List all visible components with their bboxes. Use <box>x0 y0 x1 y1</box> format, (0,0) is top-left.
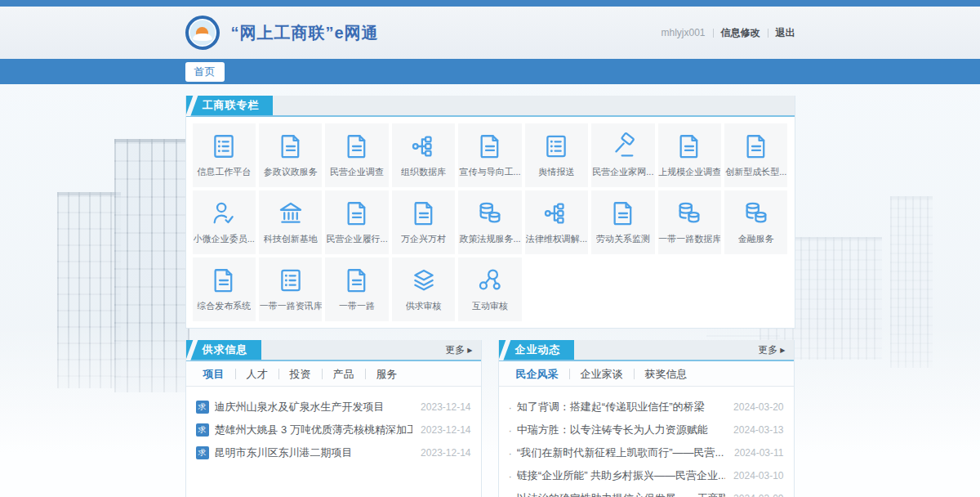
org-chart-icon <box>410 132 438 160</box>
tab-获奖信息[interactable]: 获奖信息 <box>635 369 698 379</box>
tile-label: 民营企业调查 <box>330 166 384 178</box>
list-item: 求昆明市东川区东川港二期项目2023-12-14 <box>196 446 471 460</box>
app-tile[interactable]: 万企兴万村 <box>392 190 455 254</box>
news-panel-header: 企业动态 更多▶ <box>499 340 794 361</box>
tab-产品[interactable]: 产品 <box>323 369 366 379</box>
app-tile[interactable]: 信息工作平台 <box>193 123 256 187</box>
item-title[interactable]: 知了背调：搭建起“传递职业信任”的桥梁 <box>517 400 725 414</box>
org-chart-icon <box>542 199 570 227</box>
app-tile[interactable]: 小微企业委员... <box>193 190 256 254</box>
tile-label: 法律维权调解... <box>526 233 587 245</box>
bullet-dot-icon: · <box>509 493 512 497</box>
app-tile[interactable]: 创新型成长型... <box>724 123 787 187</box>
app-tile[interactable]: 民营企业家网... <box>591 123 654 187</box>
item-date: 2024-03-13 <box>733 424 783 436</box>
item-date: 2023-12-14 <box>421 401 470 413</box>
tile-label: 一带一路 <box>339 300 375 312</box>
layers-icon <box>410 266 438 294</box>
info-edit-link[interactable]: 信息修改 <box>721 26 760 40</box>
app-tile[interactable]: 参政议政服务 <box>259 123 322 187</box>
app-tile[interactable]: 金融服务 <box>724 190 787 254</box>
app-tile[interactable]: 民营企业履行... <box>325 190 388 254</box>
tile-label: 信息工作平台 <box>197 166 251 178</box>
list-item: ·知了背调：搭建起“传递职业信任”的桥梁2024-03-20 <box>509 400 784 414</box>
app-tile[interactable]: 互动审核 <box>458 257 521 321</box>
app-tile[interactable]: 宣传与导向工... <box>458 123 521 187</box>
tab-人才[interactable]: 人才 <box>236 369 279 379</box>
app-tile[interactable]: 一带一路数据库 <box>658 190 721 254</box>
gavel-icon <box>609 132 637 160</box>
doc-icon <box>343 266 371 294</box>
supply-panel: 供求信息 更多▶ 项目人才投资产品服务 求迪庆州山泉水及矿泉水生产开发项目202… <box>185 340 482 497</box>
share-icon <box>476 266 504 294</box>
item-date: 2024-03-11 <box>734 447 784 459</box>
bullet-dot-icon: · <box>509 447 512 459</box>
item-title[interactable]: 以法治的确定性助力提信心促发展——工商联... <box>517 491 725 497</box>
tile-label: 供求审核 <box>406 300 442 312</box>
app-tile[interactable]: 供求审核 <box>392 257 455 321</box>
home-button[interactable]: 首页 <box>185 62 225 82</box>
doc-icon <box>675 132 703 160</box>
app-tile[interactable]: 上规模企业调查 <box>658 123 721 187</box>
app-tile[interactable]: 一带一路 <box>325 257 388 321</box>
divider <box>713 29 714 38</box>
item-title[interactable]: 楚雄州大姚县 3 万吨优质薄壳核桃精深加工及科... <box>215 423 413 437</box>
bank-icon <box>277 199 305 227</box>
app-tile[interactable]: 法律维权调解... <box>525 190 588 254</box>
skyline-silhouette <box>890 196 933 368</box>
tab-服务[interactable]: 服务 <box>366 369 408 379</box>
doc-icon <box>343 199 371 227</box>
app-title: “网上工商联”e网通 <box>231 22 379 44</box>
tab-投资[interactable]: 投资 <box>279 369 323 379</box>
logout-link[interactable]: 退出 <box>776 26 795 40</box>
tile-label: 民营企业家网... <box>592 166 653 178</box>
content-area: 工商联专栏 信息工作平台参政议政服务民营企业调查组织数据库宣传与导向工...舆情… <box>185 96 795 497</box>
supply-tabs: 项目人才投资产品服务 <box>186 361 481 387</box>
tile-label: 舆情报送 <box>538 166 574 178</box>
list-item: 求楚雄州大姚县 3 万吨优质薄壳核桃精深加工及科...2023-12-14 <box>196 423 471 437</box>
item-title[interactable]: 迪庆州山泉水及矿泉水生产开发项目 <box>215 400 413 414</box>
item-title[interactable]: “我们在新时代新征程上凯歌而行”——民营... <box>517 446 726 460</box>
list-icon <box>542 132 570 160</box>
app-tile[interactable]: 组织数据库 <box>392 123 455 187</box>
app-tile[interactable]: 科技创新基地 <box>259 190 322 254</box>
app-tile[interactable]: 政策法规服务... <box>458 190 521 254</box>
logo-wing-icon <box>193 34 212 41</box>
app-tile[interactable]: 舆情报送 <box>525 123 588 187</box>
building-silhouette <box>57 192 121 388</box>
doc-icon <box>343 132 371 160</box>
item-title[interactable]: 中瑞方胜：以专注铸专长为人力资源赋能 <box>517 423 725 437</box>
person-check-icon <box>210 199 238 227</box>
tab-民企风采[interactable]: 民企风采 <box>506 369 570 379</box>
news-more-link[interactable]: 更多▶ <box>758 340 793 360</box>
demand-badge: 求 <box>196 423 209 437</box>
tile-label: 民营企业履行... <box>327 233 388 245</box>
column-panel: 工商联专栏 信息工作平台参政议政服务民营企业调查组织数据库宣传与导向工...舆情… <box>185 96 795 329</box>
demand-badge: 求 <box>196 446 209 459</box>
supply-panel-header: 供求信息 更多▶ <box>186 340 481 361</box>
doc-icon <box>476 132 504 160</box>
tile-label: 组织数据库 <box>401 166 446 178</box>
list-item: ·以法治的确定性助力提信心促发展——工商联...2024-03-09 <box>509 491 784 497</box>
tile-label: 上规模企业调查 <box>658 166 720 178</box>
supply-more-link[interactable]: 更多▶ <box>445 340 480 360</box>
tab-项目[interactable]: 项目 <box>193 369 236 379</box>
supply-list: 求迪庆州山泉水及矿泉水生产开发项目2023-12-14求楚雄州大姚县 3 万吨优… <box>186 387 481 472</box>
tab-企业家谈[interactable]: 企业家谈 <box>570 369 635 379</box>
item-date: 2023-12-14 <box>421 424 470 436</box>
doc-icon <box>210 266 238 294</box>
item-date: 2024-03-09 <box>733 493 783 497</box>
app-tile[interactable]: 综合发布系统 <box>193 257 256 321</box>
app-tile[interactable]: 一带一路资讯库 <box>259 257 322 321</box>
app-tile[interactable]: 劳动关系监测 <box>591 190 654 254</box>
item-date: 2024-03-10 <box>733 470 783 481</box>
item-title[interactable]: 昆明市东川区东川港二期项目 <box>215 446 413 460</box>
item-title[interactable]: 链接“企业所能” 共助乡村振兴——民营企业... <box>517 468 725 483</box>
app-tile[interactable]: 民营企业调查 <box>325 123 388 187</box>
tile-label: 创新型成长型... <box>725 166 786 178</box>
tile-label: 综合发布系统 <box>197 300 251 312</box>
tile-label: 政策法规服务... <box>459 233 520 245</box>
bullet-dot-icon: · <box>509 424 512 437</box>
column-panel-header: 工商联专栏 <box>186 96 795 117</box>
supply-panel-title: 供求信息 <box>186 340 261 360</box>
